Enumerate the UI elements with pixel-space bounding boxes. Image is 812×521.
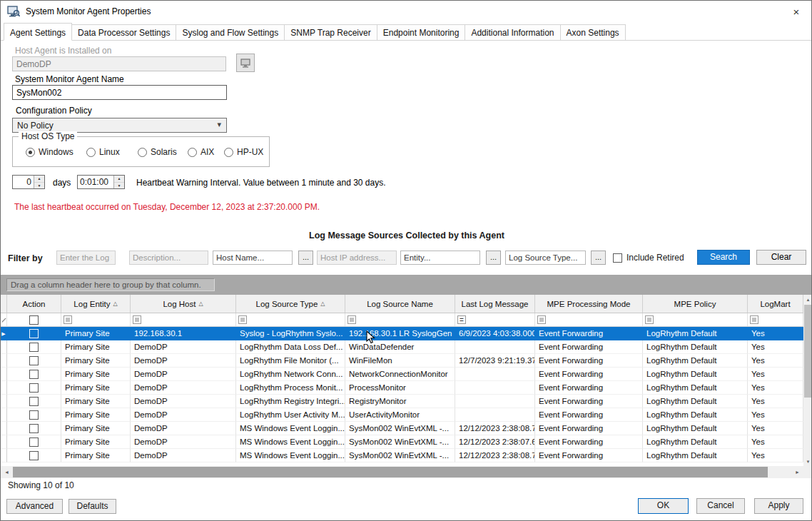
description-filter-input[interactable] [129, 251, 208, 265]
include-retired-checkbox[interactable]: Include Retired [613, 253, 684, 263]
heartbeat-hint: Heartbeat Warning Interval. Value betwee… [136, 178, 386, 188]
log-source-type-browse-button[interactable]: ... [591, 251, 606, 265]
cancel-button[interactable]: Cancel [696, 498, 745, 514]
ok-button[interactable]: OK [638, 498, 689, 514]
apply-button[interactable]: Apply [754, 498, 803, 514]
host-name-browse-button[interactable]: ... [298, 251, 313, 265]
entity-filter-input[interactable] [400, 251, 480, 265]
table-row[interactable]: Primary Site DemoDP LogRhythm Process Mo… [1, 381, 803, 395]
filter-menu-icon[interactable] [133, 315, 141, 324]
table-row[interactable]: ▶ Primary Site 192.168.30.1 Syslog - Log… [1, 327, 803, 340]
column-header-log-host[interactable]: Log Host△ [131, 295, 236, 313]
tab-endpoint-monitoring[interactable]: Endpoint Monitoring [377, 24, 466, 40]
tab-agent-settings[interactable]: Agent Settings [4, 23, 72, 41]
action-checkbox[interactable] [29, 370, 39, 379]
vertical-scrollbar[interactable]: ▲ ▼ [803, 295, 812, 466]
table-row[interactable]: Primary Site DemoDP MS Windows Event Log… [1, 422, 803, 435]
action-checkbox[interactable] [29, 343, 39, 352]
entity-browse-button[interactable]: ... [486, 251, 501, 265]
filter-menu-icon[interactable] [347, 315, 356, 324]
spinner-down-icon[interactable]: ▼ [34, 183, 44, 189]
filter-menu-icon[interactable] [238, 315, 247, 324]
radio-windows[interactable]: Windows [26, 147, 73, 157]
filter-menu-icon[interactable] [537, 315, 546, 324]
log-source-type-filter-input[interactable] [505, 251, 586, 265]
table-row[interactable]: Primary Site DemoDP LogRhythm Registry I… [1, 395, 803, 408]
spinner-down-icon[interactable]: ▼ [114, 183, 124, 189]
radio-solaris[interactable]: Solaris [138, 147, 177, 157]
scroll-left-icon[interactable]: ◄ [1, 466, 13, 478]
action-checkbox[interactable] [29, 410, 39, 420]
action-checkbox[interactable] [29, 437, 39, 447]
tab-data-processor-settings[interactable]: Data Processor Settings [71, 24, 176, 40]
action-checkbox[interactable] [29, 397, 39, 406]
mpe-policy-filter-cell[interactable] [643, 313, 748, 326]
filter-menu-icon[interactable] [64, 315, 72, 324]
tab-syslog-and-flow-settings[interactable]: Syslog and Flow Settings [176, 24, 285, 40]
close-button[interactable]: × [781, 1, 811, 22]
mpe-processing-mode-filter-cell[interactable] [535, 313, 643, 326]
host-agent-button[interactable] [236, 54, 255, 72]
vertical-scrollbar-thumb[interactable] [804, 305, 812, 398]
last-log-message-filter-cell[interactable]: = [455, 313, 535, 326]
host-name-filter-input[interactable] [213, 251, 293, 265]
equals-filter-icon[interactable]: = [457, 315, 466, 324]
column-header-mpe-policy[interactable]: MPE Policy [643, 295, 748, 313]
filter-menu-icon[interactable] [645, 315, 654, 324]
tab-axon-settings[interactable]: Axon Settings [560, 24, 626, 40]
action-cell [7, 408, 61, 422]
scroll-down-icon[interactable]: ▼ [803, 457, 812, 466]
column-header-action[interactable]: Action [7, 295, 61, 313]
action-checkbox[interactable] [29, 356, 39, 365]
host-ip-filter-input[interactable] [317, 251, 397, 265]
log-source-type-filter-cell[interactable] [236, 313, 345, 326]
spinner-up-icon[interactable]: ▲ [114, 176, 124, 183]
action-cell [7, 422, 61, 435]
defaults-button[interactable]: Defaults [68, 499, 116, 514]
agent-name-input[interactable] [12, 85, 227, 100]
action-checkbox[interactable] [29, 424, 39, 433]
log-source-name-filter-cell[interactable] [345, 313, 455, 326]
action-checkbox[interactable] [29, 329, 39, 338]
configuration-policy-select[interactable]: No Policy ▾ [12, 118, 227, 133]
scroll-right-icon[interactable]: ► [791, 466, 803, 478]
filter-menu-icon[interactable] [750, 315, 758, 324]
app-icon [7, 6, 20, 17]
days-spinner[interactable]: 0 ▲ ▼ [12, 175, 45, 189]
log-entity-cell: Primary Site [61, 327, 131, 340]
tab-snmp-trap-receiver[interactable]: SNMP Trap Receiver [284, 24, 377, 40]
scroll-up-icon[interactable]: ▲ [803, 295, 812, 304]
table-row[interactable]: Primary Site DemoDP LogRhythm Network Co… [1, 368, 803, 381]
column-header-last-log-message[interactable]: Last Log Message [455, 295, 535, 313]
table-row[interactable]: Primary Site DemoDP LogRhythm Data Loss … [1, 340, 803, 354]
radio-linux[interactable]: Linux [86, 147, 120, 157]
interval-spinner[interactable]: 0:01:00 ▲ ▼ [77, 175, 125, 189]
logmart-filter-cell[interactable] [748, 313, 803, 326]
table-row[interactable]: Primary Site DemoDP MS Windows Event Log… [1, 449, 803, 462]
horizontal-scrollbar-thumb[interactable] [13, 467, 768, 477]
search-button[interactable]: Search [697, 250, 750, 265]
table-row[interactable]: Primary Site DemoDP LogRhythm User Activ… [1, 408, 803, 422]
group-by-bar[interactable]: Drag a column header here to group by th… [1, 275, 812, 295]
action-checkbox[interactable] [29, 451, 39, 460]
tab-additional-information[interactable]: Additional Information [465, 24, 560, 40]
radio-hpux[interactable]: HP-UX [224, 147, 263, 157]
spinner-up-icon[interactable]: ▲ [34, 176, 44, 183]
column-header-logmart[interactable]: LogMart [748, 295, 803, 313]
table-row[interactable]: Primary Site DemoDP MS Windows Event Log… [1, 435, 803, 449]
action-filter-checkbox[interactable] [29, 315, 39, 325]
radio-aix[interactable]: AIX [188, 147, 214, 157]
horizontal-scrollbar[interactable]: ◄ ► [1, 466, 803, 478]
advanced-button[interactable]: Advanced [6, 499, 63, 514]
log-source-filter-input[interactable] [56, 251, 116, 265]
log-entity-filter-cell[interactable] [61, 313, 131, 326]
log-host-filter-cell[interactable] [131, 313, 236, 326]
column-header-mpe-processing-mode[interactable]: MPE Processing Mode [535, 295, 643, 313]
clear-button[interactable]: Clear [756, 250, 806, 265]
action-checkbox[interactable] [29, 383, 39, 393]
column-header-log-entity[interactable]: Log Entity△ [61, 295, 131, 313]
table-row[interactable]: Primary Site DemoDP LogRhythm File Monit… [1, 354, 803, 368]
column-header-log-source-name[interactable]: Log Source Name [345, 295, 455, 313]
column-header-log-source-type[interactable]: Log Source Type△ [236, 295, 345, 313]
log-entity-cell: Primary Site [61, 408, 131, 422]
